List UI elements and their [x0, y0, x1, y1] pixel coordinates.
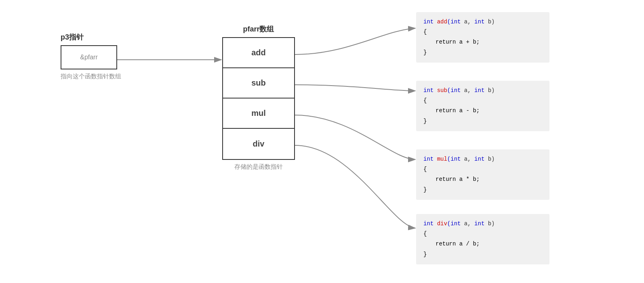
- code-div-line1: int div(int a, int b): [423, 219, 542, 229]
- p3-description: 指向这个函数指针数组: [61, 73, 121, 80]
- code-mul-line2: {: [423, 164, 542, 174]
- code-sub-line1: int sub(int a, int b): [423, 86, 542, 96]
- code-block-add: int add(int a, int b) { return a + b; }: [416, 12, 549, 63]
- code-div-line3: return a / b;: [423, 239, 542, 249]
- pfarr-description: 存储的是函数指针: [222, 163, 295, 171]
- pfarr-cell-mul: mul: [223, 99, 294, 129]
- code-add-line1: int add(int a, int b): [423, 17, 542, 27]
- pfarr-section: pfarr数组 add sub mul div 存储的是函数指针: [222, 24, 295, 171]
- p3-section: p3指针 &pfarr 指向这个函数指针数组: [61, 32, 121, 80]
- code-block-div: int div(int a, int b) { return a / b; }: [416, 214, 549, 264]
- kw-int-add: int: [423, 19, 434, 25]
- kw-int-mul: int: [423, 156, 434, 162]
- arrow-add-to-code: [295, 28, 415, 55]
- arrow-div-to-code: [295, 145, 415, 228]
- fn-div: div: [437, 220, 447, 227]
- code-sub-line3: return a - b;: [423, 106, 542, 116]
- diagram-container: p3指针 &pfarr 指向这个函数指针数组 pfarr数组 add sub m…: [0, 0, 644, 283]
- kw-int-sub: int: [423, 87, 434, 94]
- fn-sub: sub: [437, 87, 447, 94]
- code-div-line2: {: [423, 229, 542, 239]
- code-add-line4: }: [423, 48, 542, 58]
- p3-box-text: &pfarr: [80, 54, 98, 61]
- code-block-sub: int sub(int a, int b) { return a - b; }: [416, 81, 549, 131]
- code-sub-line4: }: [423, 116, 542, 126]
- code-add-line3: return a + b;: [423, 37, 542, 47]
- code-div-line4: }: [423, 249, 542, 260]
- p3-box: &pfarr: [61, 45, 117, 69]
- pfarr-cell-div: div: [223, 129, 294, 159]
- arrow-sub-to-code: [295, 85, 415, 91]
- code-mul-line1: int mul(int a, int b): [423, 154, 542, 164]
- arrow-mul-to-code: [295, 115, 415, 159]
- code-block-mul: int mul(int a, int b) { return a * b; }: [416, 149, 549, 200]
- code-mul-line3: return a * b;: [423, 174, 542, 184]
- pfarr-label: pfarr数组: [222, 24, 295, 34]
- pfarr-cell-add: add: [223, 38, 294, 68]
- code-sub-line2: {: [423, 96, 542, 106]
- fn-mul: mul: [437, 156, 447, 162]
- code-mul-line4: }: [423, 185, 542, 195]
- pfarr-array: add sub mul div: [222, 37, 295, 160]
- fn-add: add: [437, 19, 447, 25]
- pfarr-cell-sub: sub: [223, 68, 294, 99]
- code-add-line2: {: [423, 27, 542, 37]
- kw-int-div: int: [423, 220, 434, 227]
- p3-label: p3指针: [61, 32, 121, 42]
